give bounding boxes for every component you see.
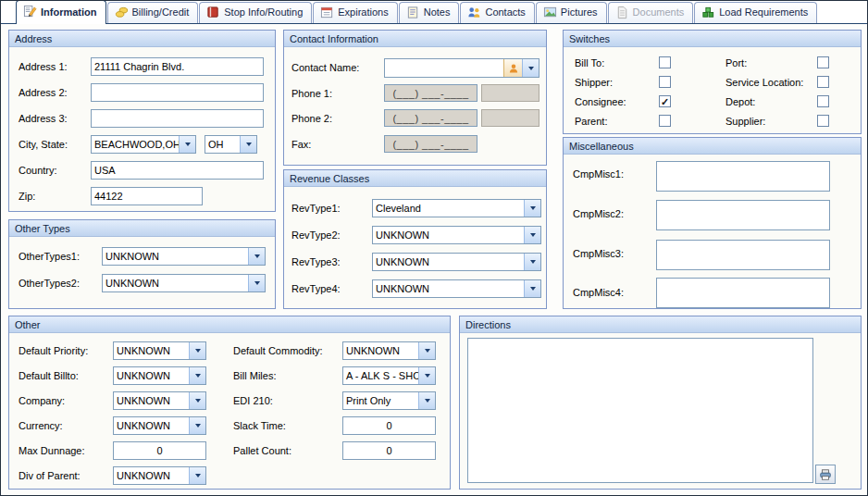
- address1-label: Address 1:: [19, 61, 68, 72]
- tab-load-requirements[interactable]: Load Requirements: [694, 2, 817, 23]
- pictures-icon: [543, 6, 557, 19]
- edi-210-dropdown-button[interactable]: [418, 392, 435, 409]
- contact-lookup-button[interactable]: [503, 59, 522, 77]
- default-priority-value: UNKNOWN: [114, 342, 189, 359]
- city-dropdown-button[interactable]: [179, 136, 195, 153]
- stop-info-routing-icon: [206, 6, 220, 19]
- consignee-checkbox[interactable]: ✓: [659, 95, 671, 107]
- tab-information[interactable]: Information: [16, 0, 106, 24]
- othertypes2-label: OtherTypes2:: [19, 278, 80, 289]
- default-billto-label: Default Billto:: [19, 370, 79, 381]
- revtype1-dropdown-button[interactable]: [524, 200, 540, 217]
- address2-input[interactable]: [91, 83, 264, 102]
- other-types-group-title: Other Types: [15, 223, 70, 234]
- othertypes1-combobox[interactable]: UNKNOWN: [102, 247, 266, 266]
- address-group-header: Address: [9, 31, 275, 47]
- parent-checkbox[interactable]: [659, 115, 671, 127]
- div-of-parent-dropdown-button[interactable]: [189, 467, 205, 484]
- tab-pictures[interactable]: Pictures: [536, 2, 607, 23]
- phone2-input[interactable]: (___) ___-____: [384, 109, 477, 127]
- edi-210-label: EDI 210:: [233, 395, 273, 406]
- bill-miles-dropdown-button[interactable]: [418, 367, 435, 384]
- cmpmisc4-label: CmpMisc4:: [573, 287, 624, 298]
- fax-input[interactable]: (___) ___-____: [384, 135, 477, 153]
- chevron-down-icon: [254, 254, 260, 258]
- contacts-icon: [467, 6, 481, 19]
- default-billto-combobox[interactable]: UNKNOWN: [113, 366, 206, 385]
- default-priority-combobox[interactable]: UNKNOWN: [113, 341, 206, 360]
- currency-combobox[interactable]: UNKNOWN: [113, 416, 206, 435]
- phone2-extension-field: [481, 109, 539, 127]
- currency-dropdown-button[interactable]: [189, 417, 205, 434]
- state-combobox[interactable]: OH: [205, 135, 257, 154]
- revtype1-combobox[interactable]: Cleveland: [372, 199, 541, 217]
- billing-credit-icon: [115, 6, 129, 19]
- contact-name-combobox[interactable]: [384, 58, 539, 78]
- address-group: Address Address 1: Address 2: Address 3:…: [8, 30, 276, 212]
- edi-210-combobox[interactable]: Print Only: [342, 391, 436, 410]
- revtype3-dropdown-button[interactable]: [524, 254, 540, 270]
- default-commodity-dropdown-button[interactable]: [418, 342, 435, 359]
- tab-stop-info-routing[interactable]: Stop Info/Routing: [199, 2, 312, 23]
- company-label: Company:: [19, 395, 65, 406]
- printer-icon: [819, 468, 832, 481]
- revtype2-label: RevType2:: [291, 229, 341, 241]
- contact-name-label: Contact Name:: [291, 62, 359, 73]
- state-dropdown-button[interactable]: [240, 136, 256, 153]
- company-combobox[interactable]: UNKNOWN: [113, 391, 206, 410]
- shipper-checkbox[interactable]: [659, 76, 671, 88]
- print-button[interactable]: [815, 465, 836, 484]
- revtype2-dropdown-button[interactable]: [524, 227, 540, 243]
- phone1-input[interactable]: (___) ___-____: [384, 84, 477, 102]
- tab-expirations[interactable]: Expirations: [313, 2, 397, 23]
- country-input[interactable]: [91, 161, 264, 180]
- tab-contacts[interactable]: Contacts: [460, 2, 534, 23]
- service-location-checkbox[interactable]: [817, 76, 829, 88]
- tab-notes[interactable]: Notes: [399, 2, 460, 23]
- tab-label: Contacts: [485, 6, 525, 18]
- chevron-down-icon: [195, 349, 201, 353]
- chevron-down-icon: [195, 399, 201, 403]
- bill-miles-combobox[interactable]: A - ALK S - SHO: [342, 366, 436, 385]
- revtype1-label: RevType1:: [291, 203, 341, 214]
- person-icon: [508, 63, 519, 74]
- chevron-down-icon: [195, 374, 201, 378]
- cmpmisc4-input[interactable]: [656, 278, 830, 308]
- cmpmisc1-input[interactable]: [656, 161, 830, 192]
- revtype3-combobox[interactable]: UNKNOWN: [372, 253, 541, 271]
- default-priority-dropdown-button[interactable]: [189, 342, 205, 359]
- address3-input[interactable]: [91, 109, 264, 128]
- address-group-title: Address: [15, 33, 52, 44]
- othertypes2-dropdown-button[interactable]: [248, 275, 265, 291]
- tab-documents[interactable]: Documents: [608, 2, 694, 23]
- company-dropdown-button[interactable]: [189, 392, 205, 409]
- supplier-label: Supplier:: [725, 116, 765, 127]
- tab-bar: Information Billing/Credit Stop Info/Rou…: [1, 1, 867, 24]
- div-of-parent-combobox[interactable]: UNKNOWN: [113, 466, 206, 485]
- tab-billing-credit[interactable]: Billing/Credit: [107, 2, 199, 23]
- pallet-count-input[interactable]: [342, 441, 436, 460]
- revtype2-combobox[interactable]: UNKNOWN: [372, 226, 541, 244]
- cmpmisc3-input[interactable]: [656, 240, 830, 270]
- chevron-down-icon: [530, 233, 536, 237]
- address1-input[interactable]: [91, 57, 264, 76]
- revtype4-dropdown-button[interactable]: [524, 280, 540, 297]
- max-dunnage-input[interactable]: [113, 441, 206, 460]
- load-requirements-icon: [701, 6, 715, 19]
- default-billto-dropdown-button[interactable]: [189, 367, 205, 384]
- revtype4-combobox[interactable]: UNKNOWN: [372, 279, 541, 298]
- zip-input[interactable]: [91, 187, 203, 205]
- port-checkbox[interactable]: [817, 56, 829, 68]
- billto-checkbox[interactable]: [659, 56, 671, 68]
- othertypes1-dropdown-button[interactable]: [248, 248, 265, 265]
- othertypes2-combobox[interactable]: UNKNOWN: [102, 274, 266, 292]
- supplier-checkbox[interactable]: [817, 115, 829, 127]
- depot-checkbox[interactable]: [817, 95, 829, 107]
- default-commodity-value: UNKNOWN: [343, 342, 418, 359]
- city-combobox[interactable]: BEACHWOOD,OH/: [91, 135, 196, 154]
- cmpmisc2-input[interactable]: [656, 200, 830, 230]
- default-commodity-combobox[interactable]: UNKNOWN: [342, 341, 436, 360]
- directions-textarea[interactable]: [467, 338, 813, 483]
- contact-name-dropdown-button[interactable]: [522, 59, 539, 77]
- slack-time-input[interactable]: [342, 416, 436, 435]
